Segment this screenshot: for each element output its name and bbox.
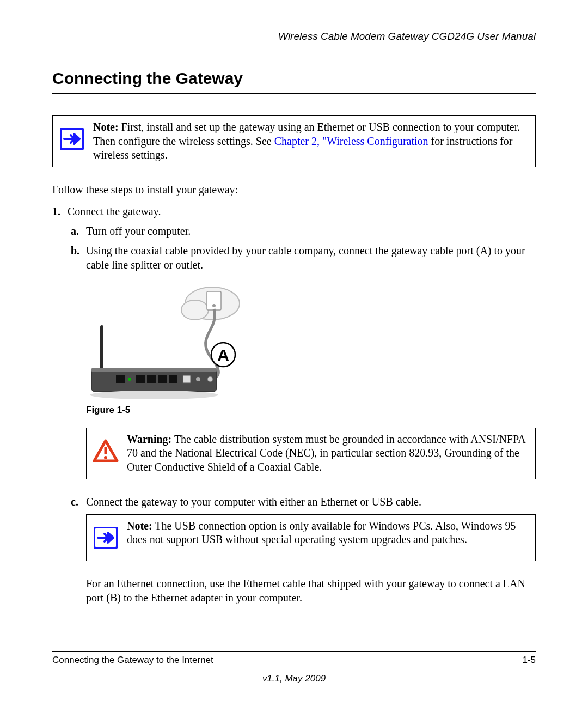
page-header: Wireless Cable Modem Gateway CGD24G User…: [52, 31, 536, 47]
note-box-1: Note: First, install and set up the gate…: [52, 115, 536, 167]
note-1-text: Note: First, install and set up the gate…: [88, 119, 532, 163]
note-arrow-icon-2: [90, 518, 121, 557]
note-arrow-icon: [56, 119, 88, 159]
note-2-text: Note: The USB connection option is only …: [121, 518, 532, 548]
svg-point-20: [104, 456, 107, 459]
svg-rect-12: [158, 375, 167, 383]
footer-page-number: 1-5: [522, 655, 536, 666]
note-1-label: Note:: [93, 121, 119, 133]
svg-rect-19: [105, 447, 107, 454]
footer-chapter: Connecting the Gateway to the Internet: [52, 655, 213, 666]
page-footer: Connecting the Gateway to the Internet 1…: [52, 651, 536, 684]
note-2-label: Note:: [127, 520, 152, 532]
figure-router-diagram: A: [86, 282, 249, 401]
note-2-body: The USB connection option is only availa…: [127, 520, 516, 546]
figure-caption: Figure 1-5: [86, 405, 536, 416]
section-title: Connecting the Gateway: [52, 69, 536, 94]
substep-c: c. Connect the gateway to your computer …: [71, 495, 536, 509]
svg-rect-10: [136, 375, 145, 383]
substep-c-text: Connect the gateway to your computer wit…: [86, 495, 421, 509]
substep-c-letter: c.: [71, 495, 86, 509]
svg-rect-7: [91, 368, 217, 372]
step-1-text: Connect the gateway.: [68, 204, 161, 218]
svg-point-4: [212, 304, 216, 307]
svg-rect-11: [147, 375, 156, 383]
note-box-2: Note: The USB connection option is only …: [86, 514, 536, 561]
svg-rect-14: [183, 375, 191, 383]
substep-a: a. Turn off your computer.: [71, 224, 536, 238]
warning-icon: [90, 431, 121, 471]
svg-rect-5: [100, 325, 103, 372]
svg-point-15: [196, 377, 200, 381]
warning-body: The cable distribution system must be gr…: [127, 433, 525, 473]
ethernet-paragraph: For an Ethernet connection, use the Ethe…: [86, 576, 536, 605]
step-1-number: 1.: [52, 204, 68, 218]
substep-a-letter: a.: [71, 224, 86, 238]
svg-point-9: [128, 378, 131, 381]
substep-b-text: Using the coaxial cable provided by your…: [86, 244, 536, 272]
warning-box: Warning: The cable distribution system m…: [86, 428, 536, 479]
svg-rect-13: [169, 375, 177, 383]
svg-rect-8: [116, 375, 125, 383]
svg-point-2: [181, 300, 209, 320]
step-1: 1. Connect the gateway.: [52, 204, 536, 218]
svg-point-16: [207, 376, 213, 382]
substep-a-text: Turn off your computer.: [86, 224, 191, 238]
intro-paragraph: Follow these steps to install your gatew…: [52, 182, 536, 197]
figure-label-a: A: [217, 346, 229, 364]
warning-label: Warning:: [127, 433, 171, 445]
warning-text: Warning: The cable distribution system m…: [121, 431, 532, 476]
svg-point-17: [90, 391, 218, 399]
substep-b-letter: b.: [71, 244, 86, 272]
substep-b: b. Using the coaxial cable provided by y…: [71, 244, 536, 272]
note-1-link[interactable]: Chapter 2, "Wireless Configuration: [274, 135, 428, 147]
footer-version: v1.1, May 2009: [52, 673, 536, 684]
